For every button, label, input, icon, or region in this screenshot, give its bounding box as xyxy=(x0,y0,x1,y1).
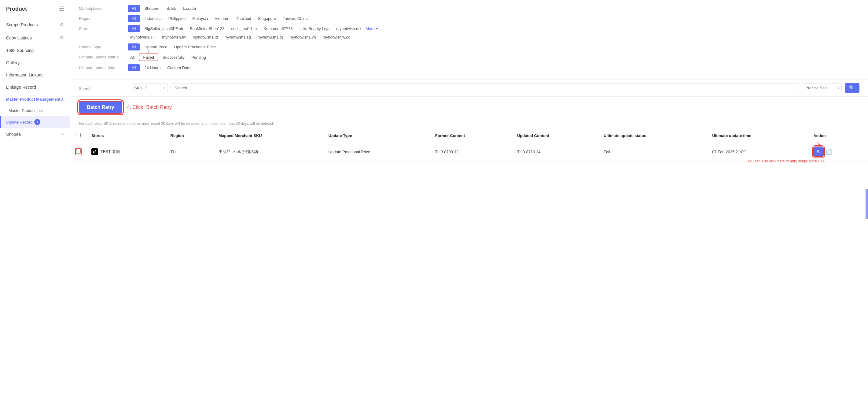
sidebar-item-linkage-record[interactable]: Linkage Record xyxy=(0,81,70,93)
update-type-options: All Update Price Update Pmotional Price xyxy=(128,43,218,51)
store-all[interactable]: All xyxy=(128,25,140,32)
menu-icon[interactable]: ☰ xyxy=(59,5,64,12)
region-cell: TH xyxy=(166,142,214,162)
main-content: Marketplaces All Shopee TikTok Lazada Re… xyxy=(70,0,868,408)
marketplace-tiktok[interactable]: TikTok xyxy=(162,5,179,11)
status-pending[interactable]: Pending xyxy=(189,54,209,61)
store-cnsc[interactable]: cnsc_test11.th xyxy=(228,25,259,32)
sidebar-item-master-product-list[interactable]: Master Product List xyxy=(0,105,70,116)
store-myhotwish1vn[interactable]: myhotwish1.vn xyxy=(287,34,318,40)
sidebar-item-scrape-products[interactable]: Scrape Products ⚙ xyxy=(0,18,70,31)
sidebar-item-gallery[interactable]: Gallery xyxy=(0,57,70,69)
store-myhotwishth[interactable]: Myhotwish.TH xyxy=(128,34,158,40)
update-type-filter-row: Update Type All Update Price Update Pmot… xyxy=(79,43,860,51)
update-type-label: Update Type xyxy=(79,43,128,49)
region-thailand[interactable]: Thailand xyxy=(234,15,254,22)
update-type-all[interactable]: All xyxy=(128,43,140,51)
search-type-select[interactable]: Precise Sea... xyxy=(802,84,842,92)
information-linkage-label: Information Linkage xyxy=(6,72,44,77)
update-type-price[interactable]: Update Price xyxy=(142,44,169,50)
region-all[interactable]: All xyxy=(128,15,140,22)
sidebar-item-information-linkage[interactable]: Information Linkage xyxy=(0,69,70,81)
store-myhotwish1sg[interactable]: myhotwish1.sg xyxy=(222,34,253,40)
store-label: Store xyxy=(79,25,128,31)
row-checkbox[interactable] xyxy=(76,149,81,153)
failed-option-wrap: Failed 2 xyxy=(139,54,158,61)
sidebar-item-shopee[interactable]: Shopee ▾ xyxy=(0,128,70,140)
master-product-label: Master Product Management xyxy=(6,97,61,101)
region-vietnam[interactable]: Vietnam xyxy=(212,15,232,22)
search-input[interactable] xyxy=(170,84,799,92)
single-retry-button[interactable]: ↻ xyxy=(813,146,824,157)
search-row: Search SKU ID Precise Sea... 🔍 xyxy=(70,80,868,97)
store-myhotwish-tw[interactable]: myhotwish.tw xyxy=(159,34,188,40)
update-type-pmotional[interactable]: Update Pmotional Price xyxy=(172,44,219,50)
time-filter-row: Ultimate update time All 24 Hours Custom… xyxy=(79,64,860,71)
time-options: All 24 Hours Custom Dates xyxy=(128,64,195,71)
update-record-label: Update Record xyxy=(6,120,32,124)
col-former-content: Former Content xyxy=(430,129,512,142)
store-myhotwishmx[interactable]: myhotwish.mx xyxy=(334,25,364,32)
scrollbar-hint[interactable] xyxy=(866,189,868,219)
marketplaces-label: Marketplaces xyxy=(79,5,128,11)
table-body: 3. Select store SKU TEST-泰国 xyxy=(70,142,868,162)
region-singapore[interactable]: Singapore xyxy=(255,15,278,22)
store-myhotwishjw[interactable]: myhotwishjw.co xyxy=(320,34,353,40)
status-successfully[interactable]: Successfully xyxy=(160,54,187,61)
sidebar-item-1688-sourcing[interactable]: 1688 Sourcing xyxy=(0,45,70,57)
batch-retry-instruction: 4. Click "Batch Retry" xyxy=(127,105,174,110)
marketplace-lazada[interactable]: Lazada xyxy=(180,5,198,11)
time-24hours[interactable]: 24 Hours xyxy=(142,64,163,71)
update-time-cell: 07 Feb 2025 21:09 xyxy=(707,142,808,162)
scrape-products-label: Scrape Products xyxy=(6,22,38,27)
gallery-label: Gallery xyxy=(6,60,20,65)
status-options: All Failed 2 Successfully Pending xyxy=(128,54,209,61)
marketplace-shopee[interactable]: Shopee xyxy=(142,5,160,11)
master-product-section[interactable]: Master Product Management ∧ xyxy=(0,93,70,105)
region-philippine[interactable]: Philippine xyxy=(166,15,188,22)
sidebar-item-copy-listings[interactable]: Copy Listings ⚙ xyxy=(0,31,70,45)
chevron-up-icon: ∧ xyxy=(61,97,64,101)
store-lillin[interactable]: Lillin Beauty Loja xyxy=(297,25,332,32)
time-custom[interactable]: Custom Dates xyxy=(165,64,195,71)
region-options: All Indonesia Philippine Malaysia Vietna… xyxy=(128,15,310,22)
status-failed[interactable]: Failed xyxy=(139,54,158,61)
action-cell: ↘ ↻ 📄 You can also click here to retry s… xyxy=(808,142,868,162)
store-myhotwish1th[interactable]: myhotwish1.th xyxy=(255,34,285,40)
col-update-type: Update Type xyxy=(324,129,430,142)
region-malaysia[interactable]: Malaysia xyxy=(190,15,210,22)
sidebar: Product ☰ Scrape Products ⚙ Copy Listing… xyxy=(0,0,70,408)
single-retry-annotation: You can also click here to retry single … xyxy=(747,159,854,163)
doc-button[interactable]: 📄 xyxy=(826,148,832,155)
update-type-cell: Update Pmotional Price xyxy=(324,142,430,162)
select-all-checkbox[interactable] xyxy=(76,133,81,137)
time-all[interactable]: All xyxy=(128,64,140,71)
more-stores-btn[interactable]: More ▾ xyxy=(366,26,378,31)
store-kumamon[interactable]: Kumamon57778 xyxy=(261,25,295,32)
time-label: Ultimate update time xyxy=(79,64,128,70)
status-cell: Fail xyxy=(599,142,707,162)
sidebar-item-update-record[interactable]: Update Record 1 xyxy=(0,116,70,128)
region-taiwan-china[interactable]: Taiwan, China xyxy=(280,15,310,22)
store-filter-row: Store All BigSeller_local3PF.ph BobMinio… xyxy=(79,25,860,40)
batch-retry-button[interactable]: Batch Retry xyxy=(79,101,122,114)
region-filter-row: Region All Indonesia Philippine Malaysia… xyxy=(79,15,860,22)
sku-type-select[interactable]: SKU ID xyxy=(131,84,167,92)
store-name: TEST-泰国 xyxy=(100,149,120,154)
status-all[interactable]: All xyxy=(128,54,137,61)
table-wrap: Stores Region Mapped Merchant SKU Update… xyxy=(70,129,868,408)
marketplace-all[interactable]: All xyxy=(128,5,140,12)
shopee-label: Shopee xyxy=(6,132,21,137)
store-bobminion[interactable]: BobMinionShop123 xyxy=(187,25,227,32)
store-bigseller[interactable]: BigSeller_local3PF.ph xyxy=(142,25,185,32)
store-myhotwish1id[interactable]: myhotwish1.id xyxy=(190,34,220,40)
col-mapped-sku: Mapped Merchant SKU xyxy=(214,129,324,142)
col-update-time: Ultimate update time xyxy=(707,129,808,142)
region-indonesia[interactable]: Indonesia xyxy=(142,15,164,22)
gear-icon-copy: ⚙ xyxy=(60,35,64,41)
search-button[interactable]: 🔍 xyxy=(845,83,860,93)
sidebar-header: Product ☰ xyxy=(0,0,70,18)
col-region: Region xyxy=(166,129,214,142)
info-bar: For each store SKU, records from the mos… xyxy=(70,118,868,129)
update-record-badge: 1 xyxy=(34,119,40,125)
